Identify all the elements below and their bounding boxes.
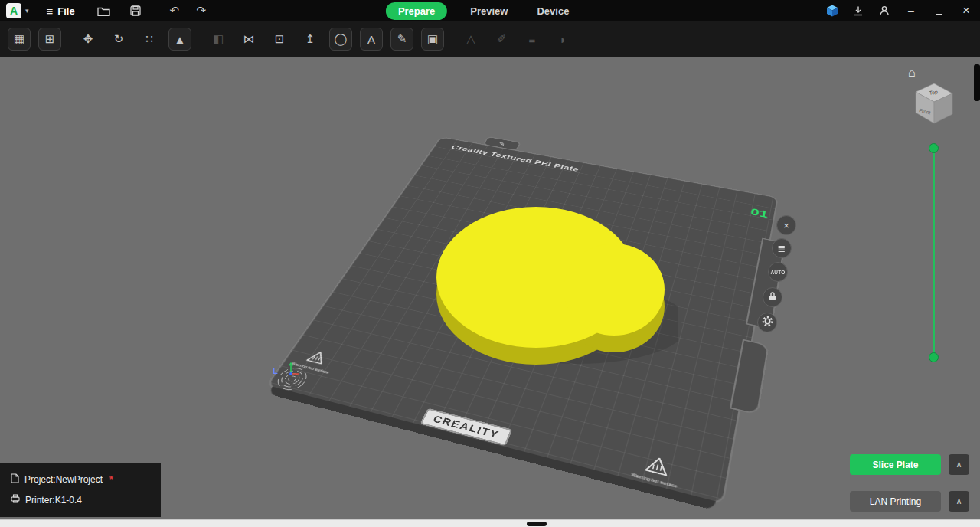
layer-slider-track[interactable] <box>933 148 935 357</box>
download-button[interactable] <box>845 2 871 20</box>
open-file-button[interactable] <box>94 2 114 20</box>
plate-side-edge <box>267 387 716 511</box>
floppy-icon <box>130 5 141 16</box>
toolbar: ▦⊞✥↻∷▲◧⋈⊡↥◯A✎▣△✐≡◗ <box>0 21 980 57</box>
toolbar-import-height-button[interactable]: ↥ <box>299 28 322 51</box>
bottom-edge-strip <box>0 519 980 527</box>
close-button[interactable]: × <box>952 0 980 21</box>
plate-number: 01 <box>750 206 769 221</box>
toolbar-scale-button[interactable]: ▲ <box>168 28 191 51</box>
toolbar-move-button[interactable]: ✥ <box>77 28 100 51</box>
layer-slider-knob-top[interactable] <box>929 143 939 153</box>
toolbar-paint-button[interactable]: ◗ <box>551 28 574 51</box>
toolbar-measure-button[interactable]: ▣ <box>421 28 444 51</box>
file-menu-label: File <box>57 5 74 17</box>
minimize-button[interactable]: – <box>897 0 925 21</box>
toolbar-clone-button[interactable]: ⊡ <box>268 28 291 51</box>
save-button[interactable] <box>126 2 145 20</box>
model-library-button[interactable] <box>819 2 845 20</box>
folder-icon <box>97 6 110 16</box>
toolbar-mirror-button[interactable]: ◧ <box>207 28 230 51</box>
view-tabs: PreparePreviewDevice <box>386 0 576 21</box>
status-panel: Project:NewProject * Printer:K1-0.4 <box>0 463 161 517</box>
plate-list-button[interactable]: ≣ <box>772 238 792 258</box>
printer-icon <box>11 494 20 506</box>
slice-plate-button[interactable]: Slice Plate <box>850 454 941 475</box>
maximize-icon <box>936 8 942 15</box>
plate-settings-button[interactable] <box>757 313 777 332</box>
printer-label: Printer:K1-0.4 <box>25 495 82 506</box>
model-object[interactable] <box>425 198 678 374</box>
account-button[interactable] <box>871 2 897 20</box>
modified-marker: * <box>109 474 113 485</box>
toolbar-support-ring-button[interactable]: ◯ <box>329 28 352 51</box>
tab-device[interactable]: Device <box>531 2 575 20</box>
warning-triangle-icon <box>305 349 330 365</box>
toolbar-plate-settings-button[interactable]: ▦ <box>8 28 31 51</box>
document-icon <box>11 473 19 486</box>
logo-caret-icon[interactable]: ▾ <box>25 7 29 15</box>
project-label: Project:NewProject <box>24 474 103 485</box>
toolbar-support-brush-button[interactable]: ✐ <box>490 28 513 51</box>
axis-label: L <box>273 366 278 375</box>
lock-plate-button[interactable] <box>763 287 782 307</box>
lan-options-chevron-button[interactable]: ∧ <box>949 491 969 512</box>
auto-arrange-button[interactable]: AUTO <box>768 262 788 282</box>
axis-arrows-icon <box>286 360 302 377</box>
download-icon <box>853 5 864 16</box>
toolbar-arrange-button[interactable]: ∷ <box>138 28 161 51</box>
file-menu-button[interactable]: ≡ File <box>47 5 75 18</box>
toolbar-seam-pen-button[interactable]: ✎ <box>390 28 413 51</box>
plate-close-button[interactable]: × <box>776 215 796 235</box>
nav-cube[interactable]: Top Front <box>911 80 956 127</box>
maximize-button[interactable] <box>925 0 952 21</box>
undo-button[interactable]: ↶ <box>165 2 185 20</box>
user-icon <box>879 5 890 16</box>
tab-prepare[interactable]: Prepare <box>386 2 447 20</box>
scrollbar-thumb[interactable] <box>974 64 980 101</box>
lan-printing-button[interactable]: LAN Printing <box>850 491 941 512</box>
printer-row: Printer:K1-0.4 <box>11 494 150 506</box>
toolbar-layers-button[interactable]: ≡ <box>521 28 544 51</box>
toolbar-add-plate-button[interactable]: ⊞ <box>38 28 61 51</box>
toolbar-rotate-button[interactable]: ↻ <box>107 28 130 51</box>
toolbar-flip-button[interactable]: ⋈ <box>237 28 260 51</box>
blue-cube-icon <box>825 4 839 18</box>
warning-triangle-icon <box>644 454 672 477</box>
home-view-button[interactable]: ⌂ <box>908 66 916 80</box>
toolbar-auto-support-button[interactable]: △ <box>459 28 482 51</box>
toolbar-text-tool-button[interactable]: A <box>360 28 383 51</box>
tab-preview[interactable]: Preview <box>464 2 514 20</box>
plate-pen-tab[interactable]: ✎ <box>482 136 521 151</box>
viewport-3d[interactable]: ✎ Creality Textured PEI Plate 01 CREALIT… <box>0 57 980 527</box>
redo-button[interactable]: ↷ <box>191 2 211 20</box>
gear-icon <box>762 316 773 329</box>
project-row: Project:NewProject * <box>11 473 150 486</box>
slice-options-chevron-button[interactable]: ∧ <box>949 454 969 475</box>
lock-icon <box>768 291 777 303</box>
hamburger-icon: ≡ <box>47 5 54 18</box>
bottom-handle <box>527 522 547 526</box>
layer-slider-knob-bottom[interactable] <box>929 352 939 362</box>
plate-handle-bottom <box>730 339 769 415</box>
titlebar: A ▾ ≡ File ↶ ↷ PreparePreviewDev <box>0 0 980 21</box>
app-logo-icon[interactable]: A <box>6 3 21 18</box>
